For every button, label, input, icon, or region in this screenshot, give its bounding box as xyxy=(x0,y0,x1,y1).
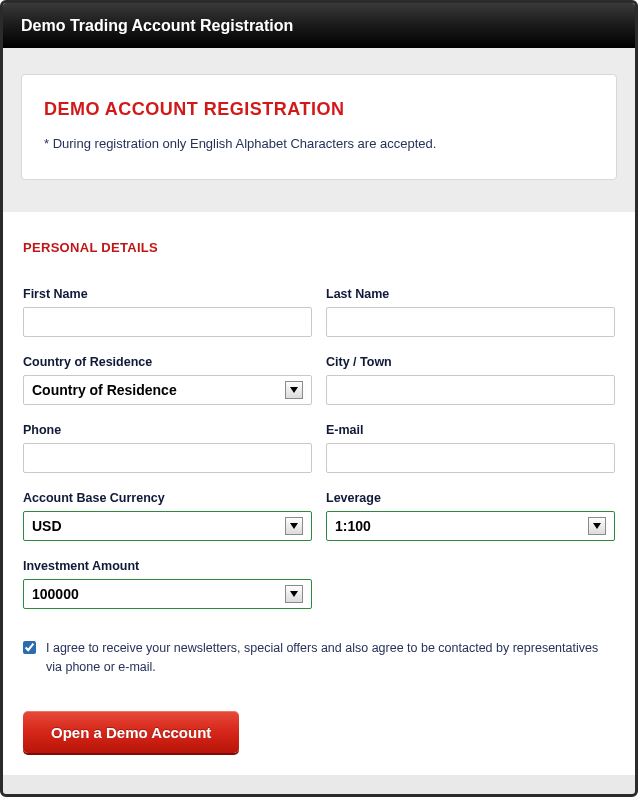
chevron-down-icon xyxy=(285,585,303,603)
label-email: E-mail xyxy=(326,423,615,437)
consent-text: I agree to receive your newsletters, spe… xyxy=(46,639,615,677)
label-investment: Investment Amount xyxy=(23,559,312,573)
label-country: Country of Residence xyxy=(23,355,312,369)
select-investment[interactable]: 100000 xyxy=(23,579,312,609)
label-city: City / Town xyxy=(326,355,615,369)
label-currency: Account Base Currency xyxy=(23,491,312,505)
window-title: Demo Trading Account Registration xyxy=(3,3,635,48)
intro-region: DEMO ACCOUNT REGISTRATION * During regis… xyxy=(3,48,635,212)
svg-marker-0 xyxy=(290,387,298,393)
svg-marker-2 xyxy=(593,523,601,529)
input-phone[interactable] xyxy=(23,443,312,473)
intro-note: * During registration only English Alpha… xyxy=(44,136,594,151)
select-country-value: Country of Residence xyxy=(32,382,285,398)
intro-heading: DEMO ACCOUNT REGISTRATION xyxy=(44,99,594,120)
field-last-name: Last Name xyxy=(326,287,615,337)
field-email: E-mail xyxy=(326,423,615,473)
label-phone: Phone xyxy=(23,423,312,437)
svg-marker-1 xyxy=(290,523,298,529)
intro-card: DEMO ACCOUNT REGISTRATION * During regis… xyxy=(21,74,617,180)
label-first-name: First Name xyxy=(23,287,312,301)
field-first-name: First Name xyxy=(23,287,312,337)
input-first-name[interactable] xyxy=(23,307,312,337)
form-region: PERSONAL DETAILS First Name Last Name Co… xyxy=(3,212,635,775)
consent-row: I agree to receive your newsletters, spe… xyxy=(23,639,615,677)
label-leverage: Leverage xyxy=(326,491,615,505)
select-leverage[interactable]: 1:100 xyxy=(326,511,615,541)
field-investment: Investment Amount 100000 xyxy=(23,559,312,609)
field-phone: Phone xyxy=(23,423,312,473)
chevron-down-icon xyxy=(285,517,303,535)
input-email[interactable] xyxy=(326,443,615,473)
chevron-down-icon xyxy=(588,517,606,535)
modal: Demo Trading Account Registration DEMO A… xyxy=(0,0,638,797)
input-last-name[interactable] xyxy=(326,307,615,337)
select-leverage-value: 1:100 xyxy=(335,518,588,534)
open-demo-account-button[interactable]: Open a Demo Account xyxy=(23,711,239,753)
consent-checkbox[interactable] xyxy=(23,640,36,655)
select-currency-value: USD xyxy=(32,518,285,534)
field-currency: Account Base Currency USD xyxy=(23,491,312,541)
select-investment-value: 100000 xyxy=(32,586,285,602)
svg-marker-3 xyxy=(290,591,298,597)
section-heading: PERSONAL DETAILS xyxy=(23,240,615,255)
submit-row: Open a Demo Account xyxy=(23,711,615,753)
chevron-down-icon xyxy=(285,381,303,399)
label-last-name: Last Name xyxy=(326,287,615,301)
input-city[interactable] xyxy=(326,375,615,405)
select-country[interactable]: Country of Residence xyxy=(23,375,312,405)
field-city: City / Town xyxy=(326,355,615,405)
field-country: Country of Residence Country of Residenc… xyxy=(23,355,312,405)
field-leverage: Leverage 1:100 xyxy=(326,491,615,541)
select-currency[interactable]: USD xyxy=(23,511,312,541)
fields-grid: First Name Last Name Country of Residenc… xyxy=(23,287,615,609)
